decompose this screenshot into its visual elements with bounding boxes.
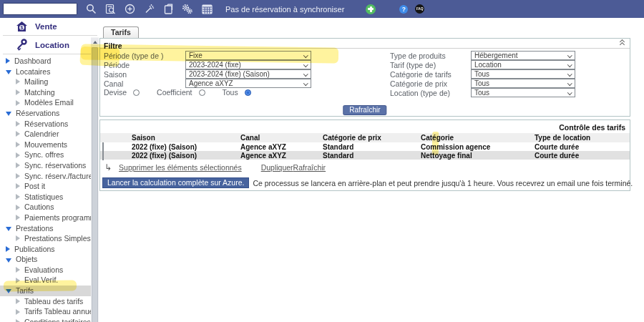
sidebar-item[interactable]: Réservations	[0, 119, 99, 130]
sidebar-item[interactable]: Prestations Simples	[0, 233, 99, 244]
filter-select[interactable]: Tous	[471, 79, 575, 88]
radio-option[interactable]: Devise	[104, 88, 140, 97]
column-header[interactable]: Canal	[240, 134, 323, 142]
sync-status-icon[interactable]	[366, 4, 376, 14]
tree-arrow-icon[interactable]	[16, 194, 20, 200]
tree-arrow-icon[interactable]	[6, 58, 10, 64]
sidebar-item[interactable]: Tableau des tarifs	[0, 296, 99, 307]
radio-button[interactable]	[199, 89, 205, 96]
tree-arrow-icon[interactable]	[16, 131, 20, 137]
radio-option[interactable]: Coefficient	[157, 88, 205, 97]
tree-arrow-icon[interactable]	[16, 121, 20, 127]
chevron-down-icon[interactable]	[567, 81, 572, 85]
settings-gears-icon[interactable]	[182, 4, 193, 15]
search-icon[interactable]	[85, 4, 97, 15]
radio-option[interactable]: Tous	[223, 88, 251, 97]
search-input[interactable]	[3, 3, 77, 15]
sidebar-item[interactable]: Objets	[0, 254, 99, 265]
tariff-control-link[interactable]: Contrôle des tarifs	[100, 120, 630, 133]
help-icon[interactable]: ?	[399, 5, 408, 14]
column-header[interactable]: Saison	[132, 134, 240, 142]
tree-arrow-icon[interactable]	[16, 267, 20, 273]
tree-arrow-icon[interactable]	[16, 319, 20, 322]
chevron-down-icon[interactable]	[567, 53, 572, 57]
sidebar-item[interactable]: Cautions	[0, 202, 99, 213]
chevron-down-icon[interactable]	[567, 90, 572, 94]
tree-arrow-icon[interactable]	[16, 183, 20, 189]
sidebar-item[interactable]: Locataires	[0, 67, 99, 77]
sidebar-item[interactable]: Sync. réserv./factures	[0, 171, 99, 182]
tree-arrow-icon[interactable]	[16, 152, 20, 158]
clipboard-icon[interactable]	[162, 4, 174, 15]
tree-arrow-icon[interactable]	[6, 70, 11, 74]
calendar-icon[interactable]	[201, 4, 213, 15]
tree-arrow-icon[interactable]	[6, 246, 10, 252]
sidebar-item[interactable]: Publications	[0, 244, 99, 255]
radio-button[interactable]	[245, 89, 251, 96]
scrollbar-thumb[interactable]	[92, 47, 98, 322]
sidebar-item[interactable]: Tarifs Tableau annuel	[0, 306, 99, 317]
column-header[interactable]: Type de location	[535, 134, 630, 142]
sidebar-item[interactable]: Dashboard	[0, 56, 99, 67]
scroll-up-icon[interactable]	[91, 38, 99, 47]
document-search-icon[interactable]	[104, 4, 116, 15]
tree-arrow-icon[interactable]	[16, 205, 20, 210]
sidebar-item[interactable]: Post it	[0, 181, 99, 192]
tree-arrow-icon[interactable]	[16, 100, 20, 106]
column-header[interactable]: Catégorie de prix	[323, 134, 421, 142]
add-icon[interactable]	[124, 4, 135, 15]
tree-arrow-icon[interactable]	[6, 227, 11, 231]
sidebar-item[interactable]: Modèles Email	[0, 97, 99, 108]
sidebar-item[interactable]: Mailing	[0, 77, 99, 87]
chevron-down-icon[interactable]	[567, 62, 572, 67]
faq-icon[interactable]: FAQ	[415, 4, 424, 14]
delete-selected-link[interactable]: Supprimer les éléments sélectionnés	[119, 163, 242, 172]
column-header[interactable]: Catégorie	[421, 134, 535, 142]
sidebar-section-vente[interactable]: $ Vente	[0, 18, 99, 34]
sidebar-section-location[interactable]: Location	[0, 36, 99, 53]
tree-arrow-icon[interactable]	[16, 278, 20, 283]
row-checkbox[interactable]	[102, 151, 104, 160]
tree-arrow-icon[interactable]	[16, 173, 20, 179]
sidebar-item[interactable]: Prestations	[0, 223, 99, 234]
sidebar-item[interactable]: Sync. offres	[0, 150, 99, 160]
radio-button[interactable]	[133, 89, 140, 96]
collapse-panel-icon[interactable]	[619, 40, 626, 47]
refresh-button[interactable]: Rafraîchir	[343, 105, 386, 115]
sidebar-item[interactable]: Mouvements	[0, 140, 99, 150]
sidebar-scrollbar[interactable]	[91, 37, 99, 322]
magic-wand-icon[interactable]	[143, 4, 155, 15]
table-row[interactable]: 2022 (fixe) (Saison) Agence aXYZ Standar…	[100, 142, 630, 151]
tree-arrow-icon[interactable]	[16, 215, 20, 220]
filter-select[interactable]: Tous	[471, 88, 575, 97]
duplicate-link[interactable]: Dupliquer	[261, 163, 293, 172]
tree-arrow-icon[interactable]	[6, 112, 11, 116]
chevron-down-icon[interactable]	[567, 72, 572, 76]
tree-arrow-icon[interactable]	[16, 235, 20, 241]
tab-tarifs[interactable]: Tarifs	[103, 26, 139, 38]
sidebar-item[interactable]: Evaluations	[0, 265, 99, 275]
sidebar-item[interactable]: Eval.Verif.	[0, 275, 99, 286]
tree-arrow-icon[interactable]	[16, 142, 20, 147]
sidebar-item[interactable]: Statistiques	[0, 192, 99, 203]
filter-select[interactable]: Tous	[471, 69, 575, 79]
sidebar-item[interactable]: Conditions tarifaires	[0, 317, 99, 322]
sidebar-item[interactable]: Réservations	[0, 108, 99, 119]
sidebar-item[interactable]: Paiements programmés	[0, 213, 99, 223]
tree-arrow-icon[interactable]	[6, 258, 11, 263]
refresh-link[interactable]: Rafraîchir	[293, 163, 326, 172]
tree-arrow-icon[interactable]	[16, 89, 20, 95]
table-row[interactable]: 2022 (fixe) (Saison) Agence aXYZ Standar…	[100, 151, 630, 160]
row-checkbox[interactable]	[102, 142, 104, 152]
filter-select[interactable]: Hébergement	[471, 51, 575, 60]
sidebar-item[interactable]: Tarifs	[0, 286, 99, 296]
sidebar-item[interactable]: Calendrier	[0, 129, 99, 140]
sidebar-item[interactable]: Sync. réservations	[0, 160, 99, 171]
tree-arrow-icon[interactable]	[16, 79, 20, 84]
azure-calculation-button[interactable]: Lancer la calculation complète sur Azure…	[102, 177, 249, 188]
tree-arrow-icon[interactable]	[16, 162, 20, 168]
tree-arrow-icon[interactable]	[6, 289, 11, 293]
filter-select[interactable]: Location	[471, 60, 575, 69]
tree-arrow-icon[interactable]	[16, 298, 20, 304]
tree-arrow-icon[interactable]	[16, 309, 20, 315]
